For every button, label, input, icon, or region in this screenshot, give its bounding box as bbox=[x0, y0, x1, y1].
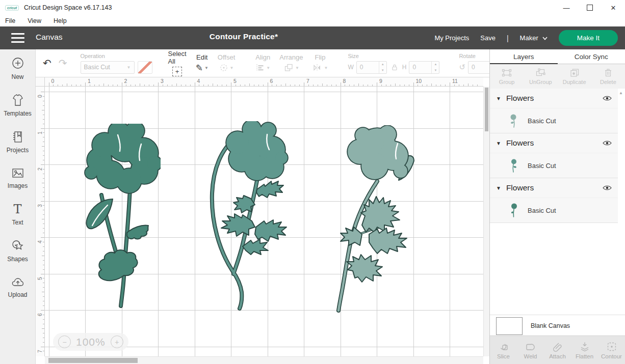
menu-view[interactable]: View bbox=[28, 17, 41, 24]
weld-icon bbox=[525, 341, 537, 352]
delete-button[interactable]: Delete bbox=[591, 64, 625, 89]
group-button[interactable]: Group bbox=[490, 64, 524, 89]
width-label: W bbox=[348, 64, 353, 71]
ruler-vertical: 01234567 bbox=[36, 87, 45, 356]
minimize-button[interactable]: — bbox=[555, 0, 578, 15]
contour-button[interactable]: Contour bbox=[598, 336, 625, 364]
vertical-scroll-thumb[interactable] bbox=[485, 88, 488, 131]
expander-icon[interactable]: ▼ bbox=[496, 185, 501, 191]
horizontal-scroll-thumb[interactable] bbox=[48, 358, 138, 363]
canvas-viewport[interactable]: − 100% + bbox=[45, 87, 483, 356]
horizontal-scrollbar[interactable] bbox=[45, 356, 483, 364]
color-swatch-button[interactable] bbox=[138, 61, 152, 74]
expander-icon[interactable]: ▼ bbox=[496, 141, 501, 146]
layer-group: ▼ Flowers Basic Cut bbox=[490, 89, 618, 133]
flip-icon bbox=[312, 63, 322, 72]
sidebar-item-new[interactable]: New bbox=[0, 49, 35, 87]
trash-icon bbox=[603, 68, 614, 77]
left-sidebar: New Templates Projects Images T Text Sha… bbox=[0, 49, 36, 364]
cricut-logo-icon: cricut bbox=[5, 5, 19, 11]
arrange-button[interactable]: Arrange ▼ bbox=[279, 53, 303, 73]
lock-icon[interactable] bbox=[390, 63, 399, 71]
close-button[interactable]: ✕ bbox=[602, 0, 625, 15]
save-link[interactable]: Save bbox=[480, 34, 496, 42]
hamburger-menu-icon[interactable] bbox=[11, 33, 24, 43]
contour-icon bbox=[606, 341, 618, 352]
menu-help[interactable]: Help bbox=[54, 17, 67, 24]
flower-shape-left[interactable] bbox=[84, 124, 161, 308]
visibility-eye-icon[interactable] bbox=[603, 95, 612, 101]
layer-group-header[interactable]: ▼ Flowers bbox=[490, 89, 618, 108]
workspace: ↶ ↷ Operation Basic Cut▼ Select All + Ed… bbox=[36, 49, 489, 364]
scroll-up-arrow-icon[interactable]: ▲ bbox=[619, 91, 623, 95]
visibility-eye-icon[interactable] bbox=[603, 185, 612, 191]
tab-layers[interactable]: Layers bbox=[490, 49, 558, 64]
layer-group-header[interactable]: ▼ Flowers bbox=[490, 133, 618, 153]
caret-down-icon: ▼ bbox=[127, 65, 131, 70]
zoom-in-button[interactable]: + bbox=[111, 335, 123, 348]
machine-selector[interactable]: Maker bbox=[520, 34, 548, 42]
layer-group-header[interactable]: ▼ Flowers bbox=[490, 178, 618, 198]
layers-panel: Layers Color Sync Group UnGroup Duplicat… bbox=[489, 49, 625, 364]
sidebar-item-projects[interactable]: Projects bbox=[0, 124, 35, 160]
layer-row[interactable]: Basic Cut bbox=[490, 108, 618, 133]
width-stepper[interactable]: ▲▼ bbox=[379, 62, 386, 73]
layer-tools-bar: Slice Weld Attach Flatten Contour bbox=[490, 335, 625, 364]
redo-icon[interactable]: ↷ bbox=[59, 58, 67, 68]
height-stepper[interactable]: ▲▼ bbox=[431, 62, 439, 73]
sidebar-item-templates[interactable]: Templates bbox=[0, 87, 35, 124]
project-book-icon bbox=[11, 130, 25, 144]
sidebar-item-text[interactable]: T Text bbox=[0, 196, 35, 233]
zoom-out-button[interactable]: − bbox=[58, 335, 71, 348]
app-title: Cricut Design Space v6.17.143 bbox=[24, 4, 112, 11]
menubar: File View Help bbox=[0, 15, 625, 26]
layer-row[interactable]: Basic Cut bbox=[490, 153, 618, 178]
duplicate-button[interactable]: Duplicate bbox=[558, 64, 591, 89]
layer-row[interactable]: Basic Cut bbox=[490, 198, 618, 222]
flip-button[interactable]: Flip ▼ bbox=[312, 53, 328, 73]
sidebar-item-shapes[interactable]: Shapes bbox=[0, 233, 35, 269]
layer-group: ▼ Flowers Basic Cut bbox=[490, 133, 618, 178]
plus-circle-icon bbox=[11, 56, 25, 70]
undo-icon[interactable]: ↶ bbox=[43, 58, 51, 68]
app-window: cricut Cricut Design Space v6.17.143 — ✕… bbox=[0, 0, 625, 364]
caret-down-icon: ▼ bbox=[204, 66, 209, 70]
tab-color-sync[interactable]: Color Sync bbox=[558, 49, 625, 64]
sidebar-item-upload[interactable]: Upload bbox=[0, 269, 35, 305]
weld-button[interactable]: Weld bbox=[517, 336, 544, 364]
layer-list-scrollbar[interactable]: ▲ bbox=[618, 89, 625, 315]
ungroup-icon bbox=[535, 68, 546, 77]
flatten-button[interactable]: Flatten bbox=[571, 336, 598, 364]
operation-select[interactable]: Basic Cut▼ bbox=[81, 61, 135, 74]
shapes-icon bbox=[11, 239, 25, 253]
offset-icon bbox=[219, 63, 228, 72]
menu-file[interactable]: File bbox=[5, 17, 15, 24]
select-all-button[interactable]: Select All + bbox=[168, 50, 187, 77]
header-separator: | bbox=[507, 34, 509, 42]
edit-toolbar: ↶ ↷ Operation Basic Cut▼ Select All + Ed… bbox=[36, 49, 489, 77]
canvas-area: 01234567891011 01234567 bbox=[36, 77, 489, 364]
paperclip-icon bbox=[552, 341, 564, 352]
canvas-color-swatch[interactable] bbox=[496, 317, 523, 335]
vertical-scrollbar[interactable] bbox=[483, 87, 489, 356]
slice-button[interactable]: Slice bbox=[490, 336, 517, 364]
maximize-button[interactable] bbox=[578, 0, 602, 15]
height-input[interactable]: 0 ▲▼ bbox=[409, 61, 439, 74]
width-input[interactable]: 0 ▲▼ bbox=[356, 61, 387, 74]
align-button[interactable]: Align ▼ bbox=[255, 53, 270, 73]
layer-thumbnail bbox=[509, 114, 519, 128]
size-block: Size W 0 ▲▼ H 0 ▲▼ bbox=[348, 53, 439, 74]
flower-shape-middle[interactable] bbox=[207, 121, 289, 312]
edit-button[interactable]: Edit ✎▼ bbox=[196, 53, 209, 73]
duplicate-icon bbox=[569, 68, 580, 77]
sidebar-item-images[interactable]: Images bbox=[0, 160, 35, 196]
flower-shape-right[interactable] bbox=[326, 125, 417, 313]
make-it-button[interactable]: Make It bbox=[559, 30, 618, 46]
attach-button[interactable]: Attach bbox=[544, 336, 571, 364]
expander-icon[interactable]: ▼ bbox=[496, 96, 501, 101]
offset-button[interactable]: Offset ▼ bbox=[218, 53, 235, 73]
visibility-eye-icon[interactable] bbox=[603, 140, 612, 146]
my-projects-link[interactable]: My Projects bbox=[434, 34, 469, 42]
titlebar: cricut Cricut Design Space v6.17.143 — ✕ bbox=[0, 0, 625, 15]
ungroup-button[interactable]: UnGroup bbox=[524, 64, 557, 89]
